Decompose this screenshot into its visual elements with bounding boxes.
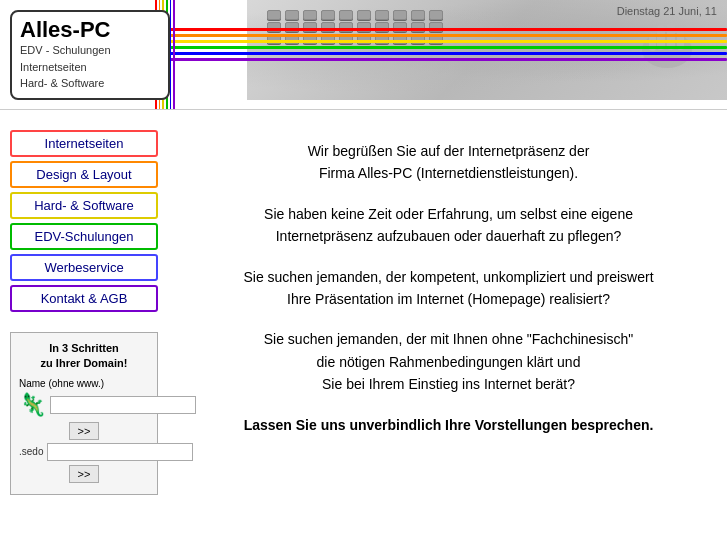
main-layout: Internetseiten Design & Layout Hard- & S… <box>0 110 727 505</box>
chameleon-icon: 🦎 <box>19 392 46 418</box>
nav-item-hard-software[interactable]: Hard- & Software <box>10 192 158 219</box>
hline-purple <box>155 58 727 61</box>
domain-sedo-submit[interactable]: >> <box>69 465 100 483</box>
domain-name-input[interactable] <box>50 396 196 414</box>
content-area: Wir begrüßen Sie auf der Internetpräsenz… <box>180 120 727 505</box>
nav-item-werbeservice[interactable]: Werbeservice <box>10 254 158 281</box>
logo-title: Alles-PC <box>20 18 160 42</box>
hline-yellow <box>155 40 727 43</box>
vline-purple <box>173 0 175 110</box>
nav-item-internetseiten[interactable]: Internetseiten <box>10 130 158 157</box>
sidebar: Internetseiten Design & Layout Hard- & S… <box>0 120 180 505</box>
header: Alles-PC EDV - Schulungen Internetseiten… <box>0 0 727 110</box>
hline-orange <box>155 34 727 37</box>
sedo-label: .sedo <box>19 446 43 457</box>
hline-blue <box>155 52 727 55</box>
domain-widget-title: In 3 Schritten zu Ihrer Domain! <box>19 341 149 372</box>
content-para1: Wir begrüßen Sie auf der Internetpräsenz… <box>200 140 697 185</box>
domain-widget: In 3 Schritten zu Ihrer Domain! Name (oh… <box>10 332 158 495</box>
domain-sedo-input[interactable] <box>47 443 193 461</box>
hline-red <box>155 28 727 31</box>
nav-item-kontakt-agb[interactable]: Kontakt & AGB <box>10 285 158 312</box>
nav-item-design-layout[interactable]: Design & Layout <box>10 161 158 188</box>
logo-box: Alles-PC EDV - Schulungen Internetseiten… <box>10 10 170 100</box>
content-para2: Sie haben keine Zeit oder Erfahrung, um … <box>200 203 697 248</box>
domain-name-submit[interactable]: >> <box>69 422 100 440</box>
content-para4: Sie suchen jemanden, der mit Ihnen ohne … <box>200 328 697 395</box>
content-para3: Sie suchen jemanden, der kompetent, unko… <box>200 266 697 311</box>
domain-name-label: Name (ohne www.) <box>19 378 149 389</box>
color-lines <box>155 28 727 88</box>
domain-name-row: 🦎 <box>19 392 149 418</box>
date-display: Dienstag 21 Juni, 11 <box>617 5 717 17</box>
nav-item-edv-schulungen[interactable]: EDV-Schulungen <box>10 223 158 250</box>
logo-subtitle: EDV - Schulungen Internetseiten Hard- & … <box>20 42 160 92</box>
hline-green <box>155 46 727 49</box>
domain-sedo-row: .sedo <box>19 443 149 461</box>
content-para5: Lassen Sie uns unverbindlich Ihre Vorste… <box>200 414 697 436</box>
